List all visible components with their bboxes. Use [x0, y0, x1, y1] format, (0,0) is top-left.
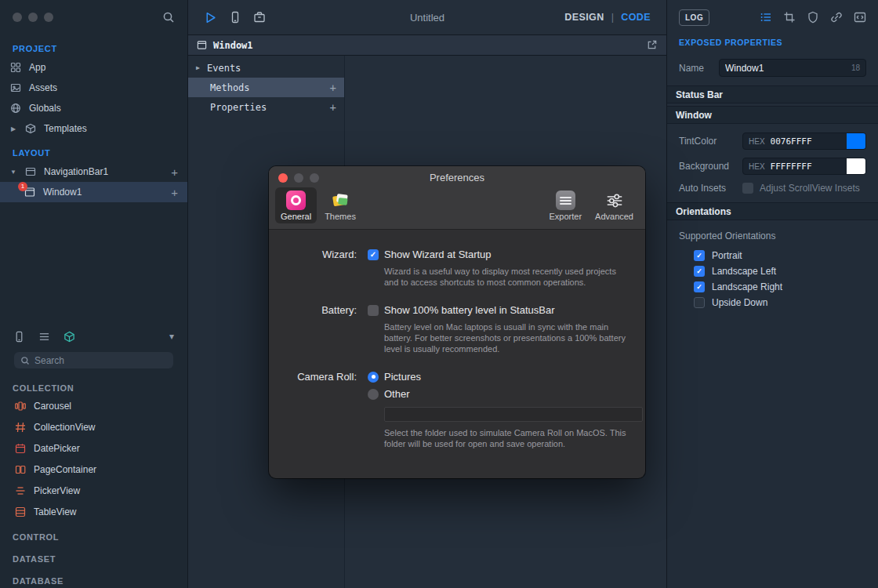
adjust-scrollview-insets-checkbox[interactable]: Adjust ScrollView Insets	[742, 183, 860, 194]
tab-advanced[interactable]: Advanced	[590, 187, 639, 223]
add-property-button[interactable]: +	[330, 101, 336, 114]
dialog-title: Preferences	[269, 172, 645, 183]
component-item-pickerview[interactable]: PickerView	[0, 480, 187, 501]
radio-button[interactable]	[368, 389, 379, 400]
component-item-datepicker[interactable]: DatePicker	[0, 437, 187, 459]
window-minimize-button[interactable]	[28, 13, 38, 22]
checkbox-box[interactable]	[368, 305, 379, 316]
tab-exporter[interactable]: Exporter	[543, 187, 587, 223]
radio-button[interactable]	[368, 372, 379, 383]
properties-list-icon[interactable]	[760, 11, 772, 24]
search-icon	[20, 356, 30, 365]
tab-general[interactable]: General	[275, 187, 317, 223]
status-bar-section-header[interactable]: Status Bar	[667, 85, 878, 103]
tab-label: Advanced	[595, 212, 633, 221]
assets-icon	[9, 82, 22, 93]
name-label: Name	[679, 63, 719, 74]
tableview-icon	[14, 506, 26, 517]
disclosure-collapsed-icon[interactable]: ▶	[196, 64, 207, 71]
sidebar-item-app[interactable]: App	[0, 57, 187, 78]
checkbox-box[interactable]	[742, 183, 753, 194]
checkbox-box[interactable]: ✓	[694, 281, 705, 292]
other-radio[interactable]: Other	[368, 388, 643, 400]
tree-item-methods[interactable]: Methods +	[188, 78, 344, 97]
sidebar-item-globals[interactable]: Globals	[0, 98, 187, 118]
camera-roll-path-input[interactable]	[384, 407, 643, 422]
component-item-pagecontainer[interactable]: PageContainer	[0, 459, 187, 480]
add-method-button[interactable]: +	[330, 82, 336, 94]
carousel-icon	[14, 401, 26, 412]
cube-icon[interactable]	[63, 331, 75, 343]
orientation-landscape-left-checkbox[interactable]: ✓ Landscape Left	[667, 263, 878, 279]
window-zoom-button[interactable]	[44, 13, 53, 22]
name-field[interactable]: 18	[719, 59, 866, 77]
design-mode-button[interactable]: DESIGN	[564, 12, 604, 23]
name-field-row: Name 18	[667, 55, 878, 81]
pictures-radio[interactable]: Pictures	[368, 371, 643, 383]
log-button[interactable]: LOG	[679, 9, 709, 26]
tintcolor-input[interactable]	[771, 136, 847, 147]
checkbox-box[interactable]	[694, 297, 705, 308]
checkbox-label: Portrait	[712, 250, 742, 261]
tintcolor-field[interactable]: HEX	[742, 132, 866, 150]
show-wizard-checkbox[interactable]: ✓ Show Wizard at Startup	[368, 249, 629, 260]
device-icon[interactable]	[13, 331, 25, 343]
control-section-header[interactable]: CONTROL	[0, 522, 187, 544]
orientation-portrait-checkbox[interactable]: ✓ Portrait	[667, 248, 878, 263]
dialog-titlebar[interactable]: Preferences	[269, 166, 645, 185]
tab-themes[interactable]: Themes	[319, 187, 361, 223]
list-icon[interactable]	[38, 331, 50, 343]
orientation-upside-down-checkbox[interactable]: Upside Down	[667, 295, 878, 310]
device-preview-icon[interactable]	[229, 11, 241, 24]
component-item-tableview[interactable]: TableView	[0, 501, 187, 522]
battery-label: Battery:	[269, 304, 363, 354]
sidebar-item-templates[interactable]: ▶ Templates	[0, 118, 187, 139]
search-icon[interactable]	[162, 11, 175, 24]
tree-item-label: Events	[207, 63, 241, 74]
run-button[interactable]	[204, 11, 217, 24]
checkbox-label: Show Wizard at Startup	[384, 249, 492, 260]
dataset-section-header[interactable]: DATASET	[0, 544, 187, 566]
orientation-landscape-right-checkbox[interactable]: ✓ Landscape Right	[667, 279, 878, 295]
orientations-section-header[interactable]: Orientations	[667, 202, 878, 220]
archive-icon[interactable]	[253, 11, 266, 24]
checkbox-box[interactable]: ✓	[368, 249, 379, 260]
advanced-tab-icon	[604, 191, 624, 210]
window-close-button[interactable]	[13, 13, 22, 22]
background-field[interactable]: HEX	[742, 158, 866, 175]
chevron-down-icon[interactable]: ▾	[169, 331, 174, 342]
code-icon[interactable]	[854, 11, 866, 24]
open-external-icon[interactable]	[646, 39, 658, 51]
name-input[interactable]	[725, 63, 847, 74]
sidebar-item-assets[interactable]: Assets	[0, 78, 187, 98]
code-mode-button[interactable]: CODE	[621, 12, 651, 23]
checkbox-box[interactable]: ✓	[694, 250, 705, 261]
mode-switch: DESIGN | CODE	[564, 12, 651, 23]
component-item-carousel[interactable]: Carousel	[0, 395, 187, 416]
background-swatch[interactable]	[847, 158, 865, 174]
frame-icon[interactable]	[783, 11, 796, 24]
battery-level-checkbox[interactable]: Show 100% battery level in StatusBar	[368, 304, 629, 316]
component-search-input[interactable]	[34, 355, 167, 366]
battery-description: Battery level on Mac laptops is usuall i…	[384, 321, 629, 354]
sidebar-item-navigationbar1[interactable]: ▼ NavigationBar1 +	[0, 162, 187, 182]
tree-item-properties[interactable]: Properties +	[188, 97, 344, 117]
window-controls	[13, 13, 53, 22]
supported-orientations-label: Supported Orientations	[667, 220, 878, 248]
shield-icon[interactable]	[807, 11, 819, 24]
database-section-header[interactable]: DATABASE	[0, 566, 187, 588]
add-component-button[interactable]: +	[171, 166, 178, 178]
tree-item-label: Properties	[210, 102, 267, 113]
component-item-collectionview[interactable]: CollectionView	[0, 416, 187, 437]
tree-item-events[interactable]: ▶ Events	[188, 58, 344, 78]
component-search-field[interactable]	[14, 352, 173, 368]
disclosure-collapsed-icon[interactable]: ▶	[9, 125, 17, 132]
sidebar-item-window1[interactable]: 1 Window1 +	[0, 182, 187, 202]
window-section-header[interactable]: Window	[667, 106, 878, 124]
disclosure-expanded-icon[interactable]: ▼	[9, 169, 17, 176]
tintcolor-swatch[interactable]	[847, 133, 865, 149]
add-component-button[interactable]: +	[171, 187, 178, 198]
checkbox-box[interactable]: ✓	[694, 266, 705, 277]
link-icon[interactable]	[830, 11, 843, 24]
background-input[interactable]	[771, 162, 847, 172]
